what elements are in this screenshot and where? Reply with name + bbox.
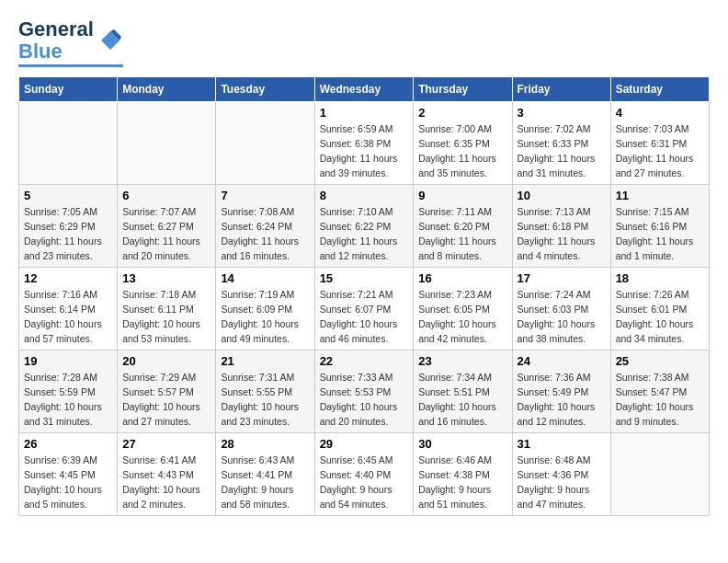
day-number: 22 [320, 354, 409, 368]
calendar-cell: 29Sunrise: 6:45 AM Sunset: 4:40 PM Dayli… [314, 433, 414, 516]
day-info: Sunrise: 7:36 AM Sunset: 5:49 PM Dayligh… [518, 371, 606, 429]
calendar-cell: 16Sunrise: 7:23 AM Sunset: 6:05 PM Dayli… [414, 268, 512, 350]
header-friday: Friday [512, 77, 610, 102]
calendar-cell: 30Sunrise: 6:46 AM Sunset: 4:38 PM Dayli… [414, 433, 512, 516]
day-number: 28 [221, 437, 309, 451]
header-thursday: Thursday [414, 77, 512, 102]
day-number: 8 [320, 189, 409, 202]
day-number: 26 [24, 437, 112, 451]
calendar-cell: 17Sunrise: 7:24 AM Sunset: 6:03 PM Dayli… [512, 268, 610, 350]
week-row-1: 5Sunrise: 7:05 AM Sunset: 6:29 PM Daylig… [19, 185, 710, 268]
day-info: Sunrise: 7:19 AM Sunset: 6:09 PM Dayligh… [221, 288, 309, 346]
calendar-cell: 24Sunrise: 7:36 AM Sunset: 5:49 PM Dayli… [512, 350, 610, 433]
day-number: 31 [518, 437, 606, 451]
day-info: Sunrise: 7:08 AM Sunset: 6:24 PM Dayligh… [221, 205, 309, 263]
calendar-cell: 4Sunrise: 7:03 AM Sunset: 6:31 PM Daylig… [610, 102, 709, 185]
calendar-cell [19, 102, 118, 185]
day-info: Sunrise: 7:00 AM Sunset: 6:35 PM Dayligh… [418, 122, 506, 180]
day-info: Sunrise: 7:23 AM Sunset: 6:05 PM Dayligh… [418, 288, 506, 346]
day-info: Sunrise: 7:16 AM Sunset: 6:14 PM Dayligh… [24, 288, 112, 346]
day-info: Sunrise: 7:26 AM Sunset: 6:01 PM Dayligh… [616, 288, 704, 346]
calendar-cell: 25Sunrise: 7:38 AM Sunset: 5:47 PM Dayli… [610, 350, 709, 433]
logo: General Blue [18, 18, 123, 67]
day-number: 16 [418, 271, 506, 285]
calendar-cell: 8Sunrise: 7:10 AM Sunset: 6:22 PM Daylig… [314, 185, 414, 268]
calendar-header-row: SundayMondayTuesdayWednesdayThursdayFrid… [19, 77, 710, 102]
day-info: Sunrise: 7:10 AM Sunset: 6:22 PM Dayligh… [320, 205, 409, 263]
header-wednesday: Wednesday [314, 77, 414, 102]
calendar-cell [118, 102, 216, 185]
calendar-cell: 13Sunrise: 7:18 AM Sunset: 6:11 PM Dayli… [118, 268, 216, 350]
calendar-cell: 21Sunrise: 7:31 AM Sunset: 5:55 PM Dayli… [216, 350, 314, 433]
calendar-cell: 5Sunrise: 7:05 AM Sunset: 6:29 PM Daylig… [19, 185, 118, 268]
calendar-cell: 19Sunrise: 7:28 AM Sunset: 5:59 PM Dayli… [19, 350, 118, 433]
day-number: 23 [418, 354, 506, 368]
calendar-cell: 2Sunrise: 7:00 AM Sunset: 6:35 PM Daylig… [414, 102, 512, 185]
calendar-cell [216, 102, 314, 185]
week-row-3: 19Sunrise: 7:28 AM Sunset: 5:59 PM Dayli… [19, 350, 710, 433]
day-number: 24 [518, 354, 606, 368]
day-number: 5 [24, 189, 112, 202]
day-number: 12 [24, 271, 112, 285]
calendar-cell: 6Sunrise: 7:07 AM Sunset: 6:27 PM Daylig… [118, 185, 216, 268]
day-info: Sunrise: 7:24 AM Sunset: 6:03 PM Dayligh… [518, 288, 606, 346]
day-info: Sunrise: 7:05 AM Sunset: 6:29 PM Dayligh… [24, 205, 112, 263]
day-info: Sunrise: 6:46 AM Sunset: 4:38 PM Dayligh… [418, 454, 506, 511]
header-monday: Monday [118, 77, 216, 102]
day-info: Sunrise: 6:39 AM Sunset: 4:45 PM Dayligh… [24, 454, 112, 511]
calendar-cell: 7Sunrise: 7:08 AM Sunset: 6:24 PM Daylig… [216, 185, 314, 268]
day-number: 4 [616, 106, 704, 120]
day-number: 7 [221, 189, 309, 202]
calendar-cell: 18Sunrise: 7:26 AM Sunset: 6:01 PM Dayli… [610, 268, 709, 350]
logo-text: General [18, 18, 94, 40]
calendar-cell: 14Sunrise: 7:19 AM Sunset: 6:09 PM Dayli… [216, 268, 314, 350]
day-number: 29 [320, 437, 409, 451]
calendar-cell: 20Sunrise: 7:29 AM Sunset: 5:57 PM Dayli… [118, 350, 216, 433]
day-number: 15 [320, 271, 409, 285]
day-info: Sunrise: 6:48 AM Sunset: 4:36 PM Dayligh… [518, 454, 606, 511]
day-info: Sunrise: 7:31 AM Sunset: 5:55 PM Dayligh… [221, 371, 309, 429]
day-number: 10 [518, 189, 606, 202]
calendar-cell: 11Sunrise: 7:15 AM Sunset: 6:16 PM Dayli… [610, 185, 709, 268]
day-info: Sunrise: 7:02 AM Sunset: 6:33 PM Dayligh… [518, 122, 606, 180]
logo-underline [18, 64, 123, 67]
day-info: Sunrise: 6:41 AM Sunset: 4:43 PM Dayligh… [122, 454, 210, 511]
day-number: 21 [221, 354, 309, 368]
day-number: 14 [221, 271, 309, 285]
day-number: 27 [122, 437, 210, 451]
calendar-cell: 26Sunrise: 6:39 AM Sunset: 4:45 PM Dayli… [19, 433, 118, 516]
day-number: 1 [320, 106, 409, 120]
day-number: 30 [418, 437, 506, 451]
calendar-cell: 10Sunrise: 7:13 AM Sunset: 6:18 PM Dayli… [512, 185, 610, 268]
day-number: 19 [24, 354, 112, 368]
day-number: 11 [616, 189, 704, 202]
calendar-cell: 27Sunrise: 6:41 AM Sunset: 4:43 PM Dayli… [118, 433, 216, 516]
calendar-cell: 3Sunrise: 7:02 AM Sunset: 6:33 PM Daylig… [512, 102, 610, 185]
day-number: 3 [518, 106, 606, 120]
logo-text2: Blue [18, 40, 94, 63]
day-info: Sunrise: 7:03 AM Sunset: 6:31 PM Dayligh… [616, 122, 704, 180]
day-number: 9 [418, 189, 506, 202]
day-info: Sunrise: 7:11 AM Sunset: 6:20 PM Dayligh… [418, 205, 506, 263]
day-info: Sunrise: 7:33 AM Sunset: 5:53 PM Dayligh… [320, 371, 409, 429]
week-row-2: 12Sunrise: 7:16 AM Sunset: 6:14 PM Dayli… [19, 268, 710, 350]
day-info: Sunrise: 7:21 AM Sunset: 6:07 PM Dayligh… [320, 288, 409, 346]
day-number: 17 [518, 271, 606, 285]
day-number: 20 [122, 354, 210, 368]
day-number: 18 [616, 271, 704, 285]
calendar-cell: 15Sunrise: 7:21 AM Sunset: 6:07 PM Dayli… [314, 268, 414, 350]
day-info: Sunrise: 6:43 AM Sunset: 4:41 PM Dayligh… [221, 454, 309, 511]
calendar-cell: 12Sunrise: 7:16 AM Sunset: 6:14 PM Dayli… [19, 268, 118, 350]
day-info: Sunrise: 7:18 AM Sunset: 6:11 PM Dayligh… [122, 288, 210, 346]
day-info: Sunrise: 7:13 AM Sunset: 6:18 PM Dayligh… [518, 205, 606, 263]
logo-icon [97, 28, 123, 53]
calendar-cell: 28Sunrise: 6:43 AM Sunset: 4:41 PM Dayli… [216, 433, 314, 516]
page-header: General Blue [18, 18, 710, 67]
header-saturday: Saturday [610, 77, 709, 102]
calendar-cell: 1Sunrise: 6:59 AM Sunset: 6:38 PM Daylig… [314, 102, 414, 185]
day-info: Sunrise: 7:15 AM Sunset: 6:16 PM Dayligh… [616, 205, 704, 263]
day-info: Sunrise: 7:38 AM Sunset: 5:47 PM Dayligh… [616, 371, 704, 429]
calendar-cell: 22Sunrise: 7:33 AM Sunset: 5:53 PM Dayli… [314, 350, 414, 433]
day-info: Sunrise: 7:34 AM Sunset: 5:51 PM Dayligh… [418, 371, 506, 429]
calendar-cell [610, 433, 709, 516]
